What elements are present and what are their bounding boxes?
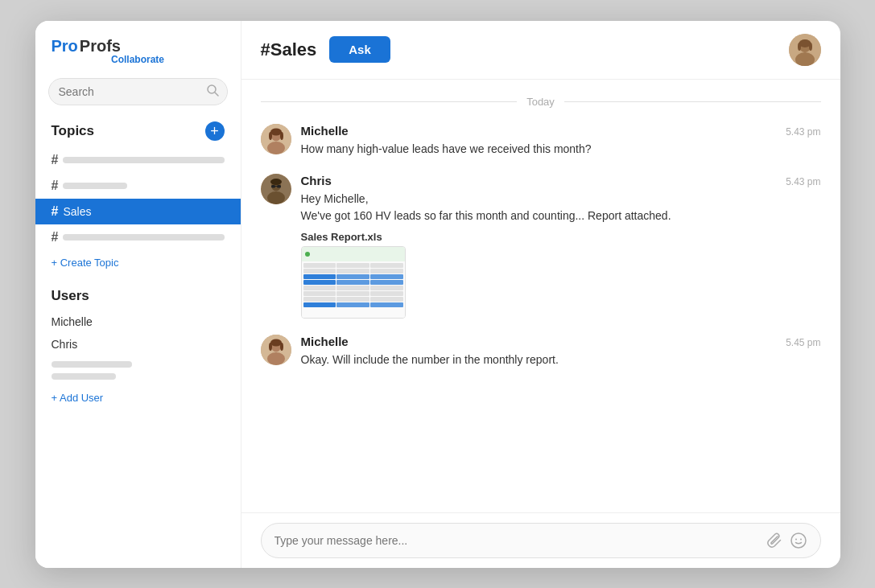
create-topic-link[interactable]: + Create Topic <box>35 250 241 275</box>
search-icon <box>206 84 219 100</box>
message-row: Michelle 5.45 pm Okay. Will include the … <box>261 335 821 368</box>
sidebar-item-topic-1[interactable]: # <box>35 147 241 173</box>
messages-area: Today Michelle 5 <box>241 80 840 512</box>
topic-hash-icon: # <box>52 153 59 167</box>
avatar <box>261 124 291 154</box>
svg-point-28 <box>795 538 797 540</box>
spreadsheet-body <box>302 261 405 318</box>
topic-name-placeholder <box>63 183 127 189</box>
sender-name: Chris <box>301 174 332 187</box>
message-header: Chris 5.43 pm <box>301 174 821 187</box>
svg-point-6 <box>798 43 801 51</box>
message-input-area <box>241 512 840 568</box>
sidebar-item-sales[interactable]: # Sales <box>35 199 241 224</box>
users-label: Users <box>52 288 89 304</box>
attachment-filename: Sales Report.xls <box>301 231 821 243</box>
search-bar[interactable] <box>48 78 228 105</box>
topic-sales-label: Sales <box>63 205 91 218</box>
sidebar-item-topic-4[interactable]: # <box>35 224 241 250</box>
logo-area: ProProfs Collaborate <box>35 37 241 78</box>
message-text: Okay. Will include the number in the mon… <box>301 352 821 368</box>
sidebar-item-topic-2[interactable]: # <box>35 173 241 199</box>
sender-name: Michelle <box>301 124 349 138</box>
message-text: Hey Michelle,We've got 160 HV leads so f… <box>301 191 821 224</box>
user-chris-name: Chris <box>52 338 78 351</box>
svg-rect-17 <box>271 185 275 188</box>
topic-hash-icon: # <box>52 179 59 193</box>
message-time: 5.45 pm <box>786 337 820 348</box>
sidebar-item-chris[interactable]: Chris <box>35 333 241 356</box>
logo-sub: Collaborate <box>52 54 225 65</box>
date-label: Today <box>526 96 555 108</box>
svg-point-24 <box>270 339 282 346</box>
sheet-icon <box>305 252 310 257</box>
message-header: Michelle 5.43 pm <box>301 124 821 138</box>
search-input[interactable] <box>59 85 200 98</box>
add-topic-button[interactable]: + <box>205 121 225 141</box>
topic-name-placeholder <box>63 157 224 163</box>
add-user-link[interactable]: + Add User <box>35 385 241 410</box>
user-placeholder-2 <box>52 373 116 380</box>
svg-point-13 <box>280 132 283 140</box>
svg-line-1 <box>215 93 218 96</box>
avatar[interactable] <box>789 34 821 66</box>
avatar <box>261 174 291 204</box>
logo-profs: Profs <box>80 37 121 56</box>
topic-hash-icon: # <box>52 204 59 219</box>
date-divider: Today <box>261 96 821 108</box>
logo-pro: Pro <box>52 37 78 56</box>
message-time: 5.43 pm <box>786 126 820 138</box>
topics-section-header: Topics + <box>35 118 241 147</box>
message-time: 5.43 pm <box>786 176 820 187</box>
user-placeholder-1 <box>52 361 132 368</box>
svg-point-11 <box>270 128 282 135</box>
message-row: Michelle 5.43 pm How many high-value lea… <box>261 124 821 158</box>
svg-point-7 <box>809 43 812 51</box>
message-content: Michelle 5.45 pm Okay. Will include the … <box>301 335 821 368</box>
attachment-icon[interactable] <box>767 532 783 549</box>
users-section-header: Users <box>35 285 241 310</box>
main-chat: #Sales Ask Today <box>241 21 840 568</box>
topics-label: Topics <box>52 123 95 139</box>
users-section: Users Michelle Chris <box>35 285 241 385</box>
svg-point-12 <box>269 132 272 140</box>
svg-point-10 <box>267 142 285 154</box>
channel-title: #Sales <box>261 39 317 60</box>
svg-point-29 <box>800 538 802 540</box>
sidebar-item-michelle[interactable]: Michelle <box>35 310 241 333</box>
svg-point-25 <box>269 343 272 351</box>
message-content: Chris 5.43 pm Hey Michelle,We've got 160… <box>301 174 821 319</box>
attachment-preview <box>301 246 406 319</box>
svg-point-23 <box>267 352 285 365</box>
message-header: Michelle 5.45 pm <box>301 335 821 348</box>
message-input[interactable] <box>274 534 761 547</box>
message-row: Chris 5.43 pm Hey Michelle,We've got 160… <box>261 174 821 319</box>
sender-name: Michelle <box>301 335 349 348</box>
svg-point-26 <box>280 343 283 351</box>
channel-title-area: #Sales Ask <box>261 36 390 63</box>
topic-hash-icon: # <box>52 230 59 245</box>
user-michelle-name: Michelle <box>52 315 93 328</box>
message-text: How many high-value leads have we receiv… <box>301 141 821 158</box>
sidebar: ProProfs Collaborate Topics + # # <box>35 21 241 568</box>
svg-rect-18 <box>277 185 281 188</box>
input-box <box>261 523 821 558</box>
topic-name-placeholder <box>63 234 224 241</box>
svg-point-16 <box>267 191 285 204</box>
svg-point-20 <box>270 179 282 185</box>
avatar <box>261 335 291 365</box>
emoji-icon[interactable] <box>790 532 807 549</box>
ask-button[interactable]: Ask <box>329 36 390 63</box>
message-content: Michelle 5.43 pm How many high-value lea… <box>301 124 821 158</box>
top-bar: #Sales Ask <box>241 21 840 80</box>
svg-point-27 <box>791 533 806 548</box>
